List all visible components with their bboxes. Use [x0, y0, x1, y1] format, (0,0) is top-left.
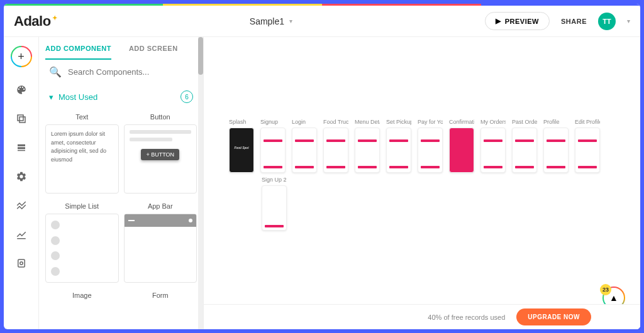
svg-rect-1 — [19, 117, 25, 123]
component-button[interactable]: Button + BUTTON — [124, 109, 197, 194]
settings-icon[interactable] — [15, 170, 28, 183]
component-app-bar[interactable]: App Bar — [124, 199, 197, 283]
section-most-used[interactable]: ▾ Most Used 6 — [39, 84, 203, 109]
svg-rect-2 — [18, 145, 25, 146]
logo-icon: ▲ — [609, 293, 618, 303]
screen-label: Set Pickup — [386, 119, 411, 125]
palette-icon[interactable] — [15, 84, 28, 96]
screen-label: Food Truck — [323, 119, 348, 125]
chevron-down-icon: ▾ — [49, 92, 53, 102]
screen-thumb[interactable] — [543, 128, 569, 173]
screen-thumb[interactable] — [512, 128, 537, 173]
user-avatar[interactable]: TT — [598, 13, 616, 30]
preview-button[interactable]: ▶ PREVIEW — [485, 12, 550, 30]
chart-icon[interactable] — [15, 228, 28, 241]
screen-label: Past Order — [512, 119, 537, 125]
screen-thumb[interactable] — [449, 128, 474, 173]
records-usage-text: 40% of free records used — [428, 314, 505, 321]
project-selector[interactable]: Sample1 ▾ — [57, 16, 486, 26]
chevron-down-icon[interactable]: ▾ — [627, 18, 630, 25]
canvas[interactable]: SplashFood SpotSignupLoginFood TruckMenu… — [204, 37, 640, 329]
search-icon: 🔍 — [49, 66, 62, 78]
screen-label: Signup — [260, 119, 286, 125]
component-image[interactable]: Image — [45, 288, 119, 303]
screen-label: My Orders — [480, 119, 506, 125]
screen-label: Sign Up 2 — [262, 177, 287, 183]
screen-label: Pay for You — [418, 119, 443, 125]
database-icon[interactable] — [15, 141, 28, 154]
tab-add-screen[interactable]: ADD SCREEN — [129, 45, 178, 60]
search-input[interactable] — [68, 67, 193, 77]
screen-thumb[interactable] — [292, 128, 317, 173]
svg-rect-3 — [18, 147, 25, 149]
screen-label: Splash — [229, 119, 254, 125]
screen-label: Confirmati — [449, 119, 474, 125]
tab-add-component[interactable]: ADD COMPONENT — [45, 45, 111, 60]
play-icon: ▶ — [496, 17, 501, 25]
screen-thumb[interactable] — [260, 128, 286, 173]
panel-scrollbar[interactable] — [198, 37, 203, 329]
screens-icon[interactable] — [15, 112, 28, 125]
notification-count: 23 — [600, 284, 611, 295]
component-form[interactable]: Form — [124, 288, 197, 303]
search-row: 🔍 — [39, 60, 203, 84]
screen-label: Menu Deta — [355, 119, 380, 125]
component-text[interactable]: Text Lorem ipsum dolor sit amet, consect… — [45, 109, 119, 194]
section-count: 6 — [180, 90, 193, 103]
chevron-down-icon: ▾ — [289, 18, 292, 25]
svg-rect-0 — [18, 115, 23, 121]
screen-thumb[interactable] — [262, 185, 287, 231]
screen-label: Login — [292, 119, 317, 125]
logo: Adalo — [14, 13, 57, 30]
upgrade-button[interactable]: UPGRADE NOW — [516, 308, 591, 325]
screen-thumb[interactable] — [355, 128, 380, 173]
screen-thumb[interactable] — [575, 128, 600, 173]
screen-label: Edit Profile — [575, 119, 600, 125]
app-header: Adalo Sample1 ▾ ▶ PREVIEW SHARE TT ▾ — [4, 6, 640, 37]
screen-thumb[interactable] — [323, 128, 348, 173]
screen-label: Profile — [543, 119, 569, 125]
svg-rect-4 — [18, 150, 25, 151]
add-button[interactable]: + — [11, 46, 32, 67]
footer-bar: 40% of free records used UPGRADE NOW — [204, 304, 640, 329]
component-simple-list[interactable]: Simple List — [45, 199, 119, 283]
component-panel: ADD COMPONENT ADD SCREEN 🔍 ▾ Most Used 6… — [39, 37, 204, 329]
left-nav: + — [4, 37, 39, 329]
screen-thumb[interactable]: Food Spot — [229, 128, 254, 173]
screen-thumb[interactable] — [480, 128, 506, 173]
screen-thumb[interactable] — [418, 128, 443, 173]
screen-thumb[interactable] — [386, 128, 411, 173]
svg-rect-6 — [18, 259, 25, 267]
analytics-icon[interactable] — [15, 199, 28, 212]
share-button[interactable]: SHARE — [561, 18, 587, 25]
project-name: Sample1 — [250, 16, 284, 26]
publish-icon[interactable] — [15, 257, 28, 270]
svg-point-7 — [19, 262, 23, 265]
